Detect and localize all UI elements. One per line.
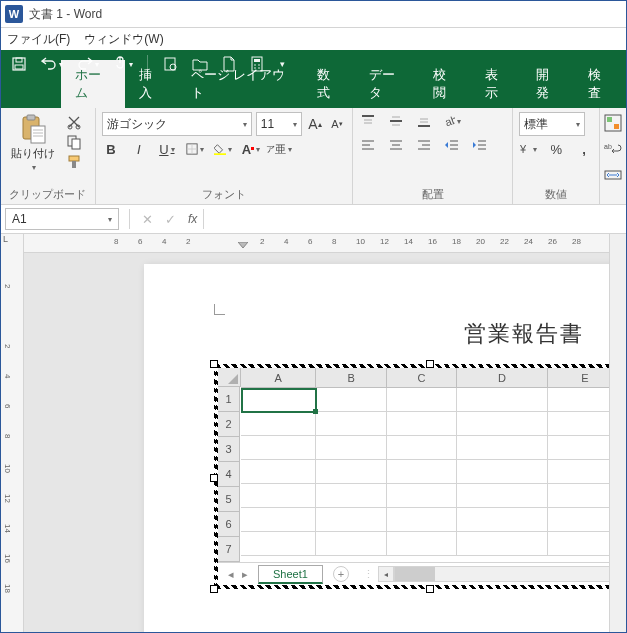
wrap-text-icon[interactable]: ab [604, 140, 622, 158]
tab-formulas[interactable]: 数式 [303, 60, 355, 108]
tab-data[interactable]: データ [355, 60, 419, 108]
embedded-horizontal-scrollbar[interactable] [394, 566, 624, 582]
font-color-button[interactable]: A▾ [242, 140, 260, 158]
row-header[interactable]: 7 [218, 537, 240, 562]
redo-icon[interactable]: ▾ [77, 57, 99, 71]
cell[interactable] [457, 388, 547, 412]
undo-icon[interactable]: ▾ [41, 57, 63, 71]
cell[interactable] [387, 484, 457, 508]
italic-button[interactable]: I [130, 140, 148, 158]
open-icon[interactable] [192, 57, 208, 71]
cells-area[interactable] [241, 388, 623, 562]
calculator-icon[interactable] [250, 56, 264, 72]
percent-format-icon[interactable]: % [547, 140, 565, 158]
row-header[interactable]: 5 [218, 487, 240, 512]
cut-icon[interactable] [65, 114, 83, 130]
cell[interactable] [387, 508, 457, 532]
cell[interactable] [241, 484, 316, 508]
decrease-indent-icon[interactable] [443, 136, 461, 154]
font-size-select[interactable]: 11▾ [256, 112, 302, 136]
select-all-corner[interactable] [218, 368, 241, 387]
fx-icon[interactable]: fx [182, 212, 203, 226]
cell[interactable] [241, 436, 316, 460]
resize-handle[interactable] [426, 360, 434, 368]
name-box[interactable]: A1▾ [5, 208, 119, 230]
merge-cells-icon[interactable] [604, 166, 622, 184]
sheet-tab[interactable]: Sheet1 [258, 565, 323, 584]
underline-button[interactable]: U▾ [158, 140, 176, 158]
cell[interactable] [241, 388, 316, 412]
menu-file[interactable]: ファイル(F) [7, 31, 70, 48]
cancel-formula-icon[interactable]: ✕ [136, 212, 159, 227]
save-icon[interactable] [11, 56, 27, 72]
copy-icon[interactable] [65, 134, 83, 150]
enter-formula-icon[interactable]: ✓ [159, 212, 182, 227]
bold-button[interactable]: B [102, 140, 120, 158]
cell[interactable] [457, 460, 547, 484]
paste-button[interactable]: 貼り付け ▾ [7, 112, 59, 174]
tab-developer[interactable]: 開発 [522, 60, 574, 108]
embedded-excel-object[interactable]: 1234567 ABCDE ▴ [214, 364, 626, 589]
cell[interactable] [316, 508, 386, 532]
resize-handle[interactable] [210, 360, 218, 368]
row-header[interactable]: 3 [218, 437, 240, 462]
align-middle-icon[interactable] [387, 112, 405, 130]
touch-mode-icon[interactable]: ▾ [113, 56, 133, 72]
cell[interactable] [241, 532, 316, 556]
hscroll-left-icon[interactable]: ◂ [378, 566, 394, 582]
align-left-icon[interactable] [359, 136, 377, 154]
format-painter-icon[interactable] [65, 154, 83, 170]
cell[interactable] [387, 436, 457, 460]
cell[interactable] [387, 460, 457, 484]
row-header[interactable]: 2 [218, 412, 240, 437]
resize-handle[interactable] [210, 585, 218, 593]
cell[interactable] [316, 484, 386, 508]
cell[interactable] [241, 412, 316, 436]
orientation-icon[interactable]: ab▾ [443, 112, 461, 130]
cell[interactable] [316, 436, 386, 460]
cell[interactable] [241, 460, 316, 484]
cell[interactable] [457, 532, 547, 556]
align-bottom-icon[interactable] [415, 112, 433, 130]
tab-view[interactable]: 表示 [471, 60, 523, 108]
cell[interactable] [387, 412, 457, 436]
conditional-format-icon[interactable] [604, 114, 622, 132]
column-header[interactable]: B [316, 368, 386, 388]
phonetic-button[interactable]: ア亜▾ [270, 140, 288, 158]
cell[interactable] [316, 412, 386, 436]
qat-customize-icon[interactable]: ▾ [280, 59, 285, 69]
increase-font-icon[interactable]: A▴ [306, 115, 324, 133]
align-right-icon[interactable] [415, 136, 433, 154]
sheet-nav-next-icon[interactable]: ▸ [242, 568, 248, 581]
align-top-icon[interactable] [359, 112, 377, 130]
menu-window[interactable]: ウィンドウ(W) [84, 31, 163, 48]
add-sheet-icon[interactable]: + [333, 566, 349, 582]
column-header[interactable]: C [387, 368, 457, 388]
window-vertical-scrollbar[interactable] [609, 234, 626, 632]
formula-input[interactable] [203, 209, 626, 229]
font-name-select[interactable]: 游ゴシック▾ [102, 112, 252, 136]
print-preview-icon[interactable] [162, 56, 178, 72]
cell[interactable] [316, 460, 386, 484]
column-header[interactable]: D [457, 368, 547, 388]
indent-marker-icon[interactable] [238, 242, 248, 252]
cell[interactable] [387, 532, 457, 556]
column-header[interactable]: A [241, 368, 316, 388]
cell[interactable] [241, 508, 316, 532]
cell[interactable] [316, 532, 386, 556]
cell[interactable] [387, 388, 457, 412]
border-button[interactable]: ▾ [186, 140, 204, 158]
cell[interactable] [457, 412, 547, 436]
cell[interactable] [316, 388, 386, 412]
tab-inspect[interactable]: 検査 [574, 60, 626, 108]
row-header[interactable]: 6 [218, 512, 240, 537]
tab-review[interactable]: 校閲 [419, 60, 471, 108]
number-format-select[interactable]: 標準▾ [519, 112, 585, 136]
document-page[interactable]: 営業報告書 1234567 ABCDE [144, 264, 626, 632]
cell[interactable] [457, 484, 547, 508]
comma-format-icon[interactable]: , [575, 140, 593, 158]
decrease-font-icon[interactable]: A▾ [328, 115, 346, 133]
resize-handle[interactable] [210, 474, 218, 482]
align-center-icon[interactable] [387, 136, 405, 154]
increase-indent-icon[interactable] [471, 136, 489, 154]
